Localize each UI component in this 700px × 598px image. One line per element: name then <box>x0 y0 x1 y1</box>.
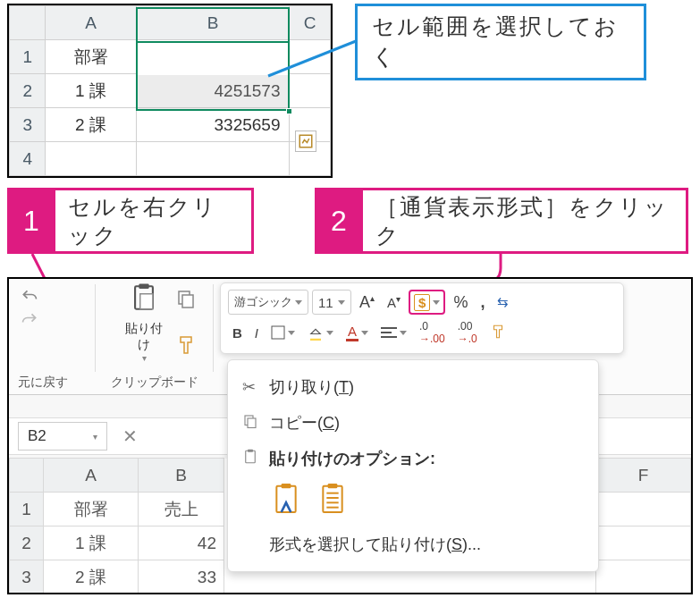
cell2-B2[interactable]: 42 <box>139 526 224 560</box>
select-all-corner-2[interactable] <box>10 459 44 493</box>
svg-rect-10 <box>310 339 321 341</box>
font-size-value: 11 <box>318 295 333 310</box>
copy-ctx-icon <box>242 413 269 434</box>
col2-header-F[interactable]: F <box>596 459 691 493</box>
undo-icon[interactable] <box>14 288 45 311</box>
col-header-C[interactable]: C <box>290 6 331 40</box>
cell2-A3[interactable]: 2 課 <box>44 560 139 594</box>
row2-header-3[interactable]: 3 <box>10 560 44 594</box>
formula-cancel-icon[interactable]: ✕ <box>116 425 143 447</box>
cell-B3[interactable]: 3325659 <box>136 108 290 142</box>
paste-option-default[interactable] <box>269 482 303 521</box>
paste-option-values[interactable] <box>316 482 350 521</box>
cell-B4[interactable] <box>136 142 290 176</box>
row-header-4[interactable]: 4 <box>10 142 46 176</box>
italic-label: I <box>255 325 258 341</box>
ctx-paste-special[interactable]: 形式を選択して貼り付け(S)... <box>228 526 598 562</box>
cell-C1[interactable] <box>290 40 331 74</box>
callout-select-range: セル範囲を選択しておく <box>355 4 646 80</box>
italic-button[interactable]: I <box>250 320 263 345</box>
step-1-number: 1 <box>7 188 55 254</box>
undo-group-label: 元に戻す <box>18 375 68 391</box>
cell2-B1[interactable]: 売上 <box>139 493 224 526</box>
step-2-callout: 2 ［通貨表示形式］をクリック <box>315 188 688 254</box>
cell-C2[interactable] <box>290 74 331 108</box>
cell-A1[interactable]: 部署 <box>46 40 136 74</box>
svg-rect-8 <box>182 295 193 307</box>
ctx-paste-options-header: 貼り付けのオプション: <box>228 441 598 476</box>
format-painter-icon[interactable] <box>175 334 197 361</box>
select-all-corner[interactable] <box>10 6 46 40</box>
cell2-A2[interactable]: 1 課 <box>44 526 139 560</box>
svg-rect-19 <box>282 484 291 488</box>
mini-toolbar: 游ゴシック 11 A▴ A▾ $ % , ⇆ B I A .0→.00 .00→… <box>220 282 624 354</box>
cell2-F1[interactable] <box>596 493 691 526</box>
clipboard-group: 貼り付け ▾ <box>98 282 215 390</box>
ctx-cut[interactable]: ✂ 切り取り(T) <box>228 369 598 405</box>
cell2-F2[interactable] <box>596 526 691 560</box>
cell2-B3[interactable]: 33 <box>139 560 224 594</box>
row-header-3[interactable]: 3 <box>10 108 46 142</box>
copy-icon[interactable] <box>175 288 197 315</box>
col-header-B[interactable]: B <box>136 6 290 40</box>
quick-analysis-icon[interactable] <box>295 131 316 152</box>
paste-button[interactable]: 貼り付け ▾ <box>120 282 168 363</box>
ctx-copy-label: コピー( <box>269 414 323 432</box>
svg-rect-16 <box>246 451 256 463</box>
col-header-A[interactable]: A <box>46 6 136 40</box>
ctx-paste-special-label: 形式を選択して貼り付け( <box>269 535 451 553</box>
step-1-callout: 1 セルを右クリック <box>7 188 254 254</box>
decrease-decimal-icon[interactable]: .00→.0 <box>453 320 482 345</box>
decrease-font-icon[interactable]: A▾ <box>383 290 405 315</box>
svg-rect-17 <box>248 449 253 451</box>
increase-decimal-icon[interactable]: .0→.00 <box>415 320 450 345</box>
row-header-2[interactable]: 2 <box>10 74 46 108</box>
clipboard-group-label: クリップボード <box>111 375 198 391</box>
font-size-combo[interactable]: 11 <box>312 290 351 315</box>
fill-color-icon[interactable] <box>303 320 338 345</box>
comma-format-button[interactable]: , <box>476 290 489 315</box>
callout-text: セル範囲を選択しておく <box>372 12 629 72</box>
alignment-icon[interactable] <box>376 320 411 345</box>
separator <box>213 284 214 372</box>
col2-header-A[interactable]: A <box>44 459 139 493</box>
cell2-F3[interactable] <box>596 560 691 594</box>
font-name-combo[interactable]: 游ゴシック <box>228 290 308 315</box>
redo-icon[interactable] <box>14 311 45 334</box>
bold-label: B <box>232 325 242 341</box>
cell-A2[interactable]: 1 課 <box>46 74 136 108</box>
row2-header-2[interactable]: 2 <box>10 526 44 560</box>
col2-header-B[interactable]: B <box>139 459 224 493</box>
context-menu: ✂ 切り取り(T) コピー(C) 貼り付けのオプション: 形式を選択して貼 <box>227 359 599 572</box>
undo-group <box>14 288 95 334</box>
increase-font-icon[interactable]: A▴ <box>355 290 379 315</box>
ctx-copy[interactable]: コピー(C) <box>228 405 598 441</box>
ctx-cut-label: 切り取り( <box>269 378 339 396</box>
merge-center-icon[interactable]: ⇆ <box>493 290 513 315</box>
percent-format-button[interactable]: % <box>449 290 472 315</box>
paste-ctx-icon <box>242 449 269 469</box>
clipboard-paste-icon <box>120 282 168 319</box>
cell-B2[interactable]: 4251573 <box>136 74 290 108</box>
step-1-text: セルを右クリック <box>55 188 254 254</box>
cell-A3[interactable]: 2 課 <box>46 108 136 142</box>
font-name-value: 游ゴシック <box>234 294 292 310</box>
format-painter-mini-icon[interactable] <box>485 320 510 345</box>
border-icon[interactable] <box>266 320 299 345</box>
cell-A4[interactable] <box>46 142 136 176</box>
ctx-paste-icons-row <box>228 476 598 526</box>
svg-rect-21 <box>328 484 338 488</box>
svg-rect-15 <box>248 418 256 428</box>
separator <box>95 284 96 372</box>
row-header-1[interactable]: 1 <box>10 40 46 74</box>
bold-button[interactable]: B <box>228 320 247 345</box>
name-box[interactable]: B2 ▾ <box>18 422 107 451</box>
cell-B1[interactable]: 売上高 <box>136 40 290 74</box>
grid-top: A B C 1 部署 売上高 2 1 課 4251573 3 2 課 33256… <box>9 5 331 176</box>
currency-format-button[interactable]: $ <box>409 290 445 315</box>
svg-rect-6 <box>140 294 153 309</box>
cell2-A1[interactable]: 部署 <box>44 493 139 526</box>
font-color-icon[interactable]: A <box>342 320 373 345</box>
row2-header-1[interactable]: 1 <box>10 493 44 526</box>
name-box-value: B2 <box>28 427 46 445</box>
